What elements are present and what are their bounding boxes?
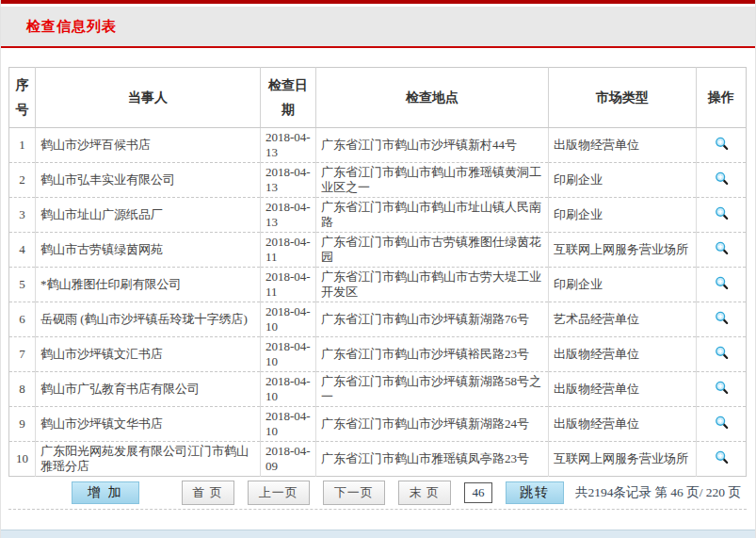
- bottom-blue-bar: [1, 530, 755, 538]
- row-location: 广东省江门市鹤山市鹤山市古劳大堤工业开发区: [316, 268, 549, 302]
- row-type: 出版物经营单位: [549, 372, 697, 407]
- row-no: 2: [9, 163, 36, 198]
- row-location: 广东省江门市鹤山市沙坪镇裕民路23号: [316, 337, 549, 372]
- row-date: 2018-04-13: [261, 198, 316, 233]
- col-header-action: 操作: [697, 68, 747, 128]
- table-row: 6 岳砚雨 (鹤山市沙坪镇岳玲珑十字绣店) 2018-04-10 广东省江门市鹤…: [9, 302, 747, 337]
- row-date: 2018-04-10: [261, 407, 316, 442]
- table-row: 7 鹤山市沙坪镇文汇书店 2018-04-10 广东省江门市鹤山市沙坪镇裕民路2…: [9, 337, 747, 372]
- table-container: 序号 当事人 检查日期 检查地点 市场类型 操作 1 鹤山市沙坪百候书店 201…: [8, 67, 747, 477]
- row-date: 2018-04-13: [261, 163, 316, 198]
- row-party: 鹤山市址山广源纸品厂: [36, 198, 261, 233]
- row-type: 互联网上网服务营业场所: [549, 233, 697, 268]
- row-action-cell: [697, 442, 747, 477]
- view-detail-magnifier-icon[interactable]: [715, 137, 729, 151]
- row-type: 互联网上网服务营业场所: [549, 442, 697, 477]
- table-header-row: 序号 当事人 检查日期 检查地点 市场类型 操作: [9, 68, 747, 128]
- table-row: 4 鹤山市古劳镇绿茵网苑 2018-04-11 广东省江门市鹤山市古劳镇雅图仕绿…: [9, 233, 747, 268]
- view-detail-magnifier-icon[interactable]: [715, 206, 729, 220]
- table-row: 5 *鹤山雅图仕印刷有限公司 2018-04-11 广东省江门市鹤山市鹤山市古劳…: [9, 268, 747, 302]
- col-header-location: 检查地点: [316, 68, 549, 128]
- row-type: 出版物经营单位: [549, 128, 697, 163]
- row-date: 2018-04-13: [261, 128, 316, 163]
- row-party: 鹤山市广弘教育书店有限公司: [36, 372, 261, 407]
- row-no: 10: [9, 442, 36, 477]
- row-date: 2018-04-11: [261, 233, 316, 268]
- row-action-cell: [697, 337, 747, 372]
- row-location: 广东省江门市鹤山市雅瑶镇凤亭路23号: [316, 442, 549, 477]
- col-header-date: 检查日期: [261, 68, 316, 128]
- row-no: 7: [9, 337, 36, 372]
- row-date: 2018-04-11: [261, 268, 316, 302]
- table-row: 3 鹤山市址山广源纸品厂 2018-04-13 广东省江门市鹤山市鹤山市址山镇人…: [9, 198, 747, 233]
- table-row: 2 鹤山市弘丰实业有限公司 2018-04-13 广东省江门市鹤山市鹤山市雅瑶镇…: [9, 163, 747, 198]
- row-type: 出版物经营单位: [549, 407, 697, 442]
- row-location: 广东省江门市鹤山市鹤山市雅瑶镇黄洞工业区之一: [316, 163, 549, 198]
- row-location: 广东省江门市鹤山市古劳镇雅图仕绿茵花园: [316, 233, 549, 268]
- page-number-input[interactable]: [464, 482, 492, 503]
- row-no: 6: [9, 302, 36, 337]
- top-red-bar: [1, 0, 755, 4]
- row-action-cell: [697, 163, 747, 198]
- next-page-button[interactable]: 下一页: [323, 481, 385, 505]
- row-party: 鹤山市古劳镇绿茵网苑: [36, 233, 261, 268]
- title-bar: 检查信息列表: [1, 7, 755, 48]
- row-type: 印刷企业: [549, 163, 697, 198]
- row-location: 广东省江门市鹤山市鹤山市址山镇人民南路: [316, 198, 549, 233]
- view-detail-magnifier-icon[interactable]: [715, 450, 729, 465]
- row-party: *鹤山雅图仕印刷有限公司: [36, 268, 261, 302]
- pager-controls: 首 页 上一页 下一页 末 页 跳转: [182, 481, 565, 505]
- table-row: 9 鹤山市沙坪镇文华书店 2018-04-10 广东省江门市鹤山市沙坪镇新湖路2…: [9, 407, 747, 442]
- jump-button[interactable]: 跳转: [506, 481, 564, 504]
- row-party: 广东阳光网苑发展有限公司江门市鹤山雅瑶分店: [36, 442, 261, 477]
- row-party: 鹤山市弘丰实业有限公司: [36, 163, 261, 198]
- view-detail-magnifier-icon[interactable]: [715, 276, 729, 290]
- first-page-button[interactable]: 首 页: [182, 481, 234, 505]
- row-action-cell: [697, 407, 747, 442]
- row-no: 8: [9, 372, 36, 407]
- row-location: 广东省江门市鹤山市沙坪镇新湖路58号之一: [316, 372, 549, 407]
- row-no: 5: [9, 268, 36, 302]
- table-row: 1 鹤山市沙坪百候书店 2018-04-13 广东省江门市鹤山市沙坪镇新村44号…: [9, 128, 747, 163]
- view-detail-magnifier-icon[interactable]: [715, 311, 729, 325]
- view-detail-magnifier-icon[interactable]: [715, 241, 729, 255]
- row-date: 2018-04-10: [261, 337, 316, 372]
- last-page-button[interactable]: 末 页: [398, 481, 451, 505]
- row-party: 鹤山市沙坪镇文汇书店: [36, 337, 261, 372]
- row-action-cell: [697, 268, 747, 302]
- row-party: 鹤山市沙坪百候书店: [36, 128, 261, 163]
- inspection-list-page: 检查信息列表 序号 当事人 检查日期 检查地点 市场类型 操作 1: [0, 0, 756, 538]
- view-detail-magnifier-icon[interactable]: [715, 171, 729, 186]
- row-type: 艺术品经营单位: [549, 302, 697, 337]
- row-no: 3: [9, 198, 36, 233]
- row-action-cell: [697, 198, 747, 233]
- row-type: 印刷企业: [549, 198, 697, 233]
- col-header-no: 序号: [9, 68, 36, 128]
- row-no: 9: [9, 407, 36, 442]
- table-row: 8 鹤山市广弘教育书店有限公司 2018-04-10 广东省江门市鹤山市沙坪镇新…: [9, 372, 747, 407]
- table-row: 10 广东阳光网苑发展有限公司江门市鹤山雅瑶分店 2018-04-09 广东省江…: [9, 442, 747, 477]
- col-header-type: 市场类型: [549, 68, 697, 128]
- col-header-party: 当事人: [36, 68, 261, 128]
- inspection-table: 序号 当事人 检查日期 检查地点 市场类型 操作 1 鹤山市沙坪百候书店 201…: [8, 67, 747, 477]
- row-type: 印刷企业: [549, 268, 697, 302]
- view-detail-magnifier-icon[interactable]: [715, 346, 729, 360]
- row-location: 广东省江门市鹤山市沙坪镇新湖路24号: [316, 407, 549, 442]
- row-type: 出版物经营单位: [549, 337, 697, 372]
- row-date: 2018-04-09: [261, 442, 316, 477]
- row-date: 2018-04-10: [261, 372, 316, 407]
- view-detail-magnifier-icon[interactable]: [715, 416, 729, 430]
- row-date: 2018-04-10: [261, 302, 316, 337]
- page-title: 检查信息列表: [1, 18, 117, 36]
- add-button[interactable]: 增 加: [72, 481, 139, 504]
- row-action-cell: [697, 372, 747, 407]
- row-location: 广东省江门市鹤山市沙坪镇新村44号: [316, 128, 549, 163]
- row-action-cell: [697, 302, 747, 337]
- row-party: 岳砚雨 (鹤山市沙坪镇岳玲珑十字绣店): [36, 302, 261, 337]
- pagination-bar: 增 加 首 页 上一页 下一页 末 页 跳转 共2194条记录 第 46 页/ …: [8, 477, 747, 510]
- row-action-cell: [697, 128, 747, 163]
- row-party: 鹤山市沙坪镇文华书店: [36, 407, 261, 442]
- prev-page-button[interactable]: 上一页: [248, 481, 310, 505]
- view-detail-magnifier-icon[interactable]: [715, 381, 729, 395]
- record-count-status: 共2194条记录 第 46 页/ 220 页: [575, 484, 741, 501]
